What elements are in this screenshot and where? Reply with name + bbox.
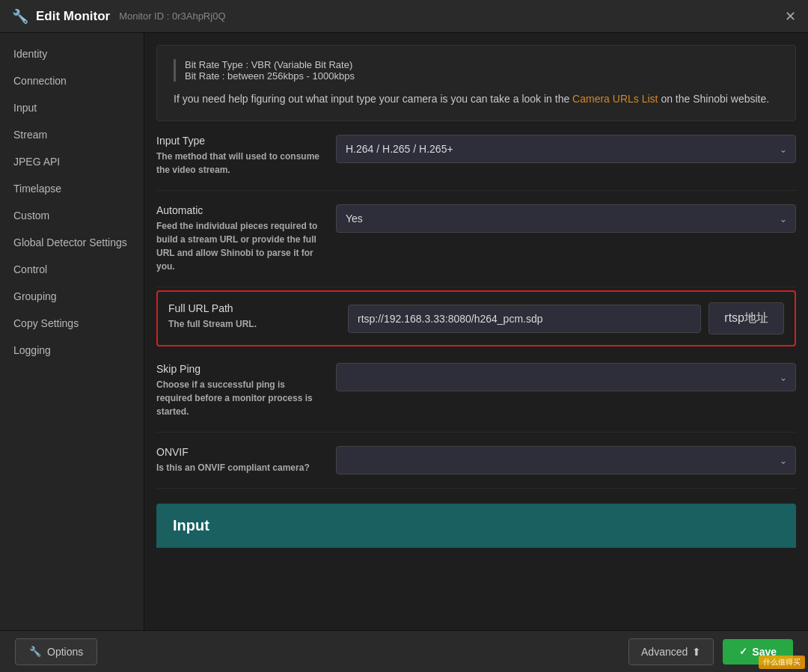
bottom-bar: 🔧 Options Advanced ⬆ ✓ Save — [0, 630, 808, 672]
input-banner: Input — [156, 504, 796, 548]
advanced-icon: ⬆ — [692, 646, 701, 658]
input-type-label: Input Type — [156, 135, 321, 147]
main-layout: Identity Connection Input Stream JPEG AP… — [0, 33, 808, 630]
automatic-select[interactable]: Yes No — [336, 204, 796, 233]
sidebar-item-timelapse[interactable]: Timelapse — [0, 175, 144, 202]
input-type-desc: The method that will used to consume the… — [156, 150, 321, 177]
automatic-label-col: Automatic Feed the individual pieces req… — [156, 204, 336, 273]
help-text: If you need help figuring out what input… — [174, 91, 779, 107]
full-url-label: Full URL Path — [168, 302, 333, 314]
skip-ping-select[interactable]: Yes No — [336, 363, 796, 391]
input-type-select-wrapper: H.264 / H.265 / H.265+ MJPEG RTSP — [336, 135, 796, 163]
sidebar-item-connection[interactable]: Connection — [0, 67, 144, 94]
help-text-before: If you need help figuring out what input… — [174, 93, 569, 105]
onvif-select[interactable]: Yes No — [336, 446, 796, 474]
automatic-row: Automatic Feed the individual pieces req… — [156, 191, 796, 287]
info-section: Bit Rate Type : VBR (Variable Bit Rate) … — [156, 45, 796, 121]
onvif-row: ONVIF Is this an ONVIF compliant camera?… — [156, 433, 796, 489]
check-icon: ✓ — [739, 646, 747, 657]
sidebar: Identity Connection Input Stream JPEG AP… — [0, 33, 144, 630]
content-area: Bit Rate Type : VBR (Variable Bit Rate) … — [144, 33, 808, 630]
wrench-icon: 🔧 — [12, 8, 28, 25]
skip-ping-label-col: Skip Ping Choose if a successful ping is… — [156, 363, 336, 418]
bit-rate-value: Bit Rate : between 256kbps - 1000kbps — [185, 70, 779, 82]
input-type-input-col: H.264 / H.265 / H.265+ MJPEG RTSP — [336, 135, 796, 163]
sidebar-item-custom[interactable]: Custom — [0, 202, 144, 229]
monitor-id: Monitor ID : 0r3AhpRj0Q — [119, 10, 225, 22]
input-banner-title: Input — [173, 517, 780, 534]
rtsp-annotation: rtsp地址 — [708, 302, 784, 335]
onvif-select-wrapper: Yes No — [336, 446, 796, 474]
sidebar-item-control[interactable]: Control — [0, 256, 144, 283]
automatic-desc: Feed the individual pieces required to b… — [156, 219, 321, 273]
sidebar-item-copy-settings[interactable]: Copy Settings — [0, 310, 144, 337]
title-bar: 🔧 Edit Monitor Monitor ID : 0r3AhpRj0Q ✕ — [0, 0, 808, 33]
skip-ping-desc: Choose if a successful ping is required … — [156, 378, 321, 418]
automatic-select-wrapper: Yes No — [336, 204, 796, 233]
help-text-after: on the Shinobi website. — [661, 93, 769, 105]
bit-rate-type: Bit Rate Type : VBR (Variable Bit Rate) — [185, 59, 779, 70]
options-label: Options — [47, 646, 83, 658]
input-type-label-col: Input Type The method that will used to … — [156, 135, 336, 177]
onvif-label-col: ONVIF Is this an ONVIF compliant camera? — [156, 446, 336, 474]
input-type-row: Input Type The method that will used to … — [156, 121, 796, 191]
onvif-label: ONVIF — [156, 446, 321, 458]
sidebar-item-jpeg-api[interactable]: JPEG API — [0, 148, 144, 175]
wrench-small-icon: 🔧 — [29, 646, 41, 657]
sidebar-item-identity[interactable]: Identity — [0, 40, 144, 67]
sidebar-item-grouping[interactable]: Grouping — [0, 283, 144, 310]
form-section: Input Type The method that will used to … — [156, 121, 796, 489]
advanced-label: Advanced — [641, 646, 688, 658]
watermark: 什么值得买 — [759, 656, 805, 669]
automatic-label: Automatic — [156, 204, 321, 216]
sidebar-item-global-detector[interactable]: Global Detector Settings — [0, 229, 144, 256]
onvif-desc: Is this an ONVIF compliant camera? — [156, 461, 321, 474]
sidebar-item-input[interactable]: Input — [0, 94, 144, 121]
onvif-input-col: Yes No — [336, 446, 796, 474]
rtsp-row: rtsp地址 — [348, 302, 784, 335]
skip-ping-select-wrapper: Yes No — [336, 363, 796, 391]
app-title: Edit Monitor — [36, 9, 110, 24]
sidebar-item-stream[interactable]: Stream — [0, 121, 144, 148]
automatic-input-col: Yes No — [336, 204, 796, 233]
bit-rate-block: Bit Rate Type : VBR (Variable Bit Rate) … — [174, 59, 779, 82]
full-url-input-col: rtsp地址 — [348, 302, 784, 335]
sidebar-item-logging[interactable]: Logging — [0, 337, 144, 364]
full-url-desc: The full Stream URL. — [168, 317, 333, 331]
skip-ping-label: Skip Ping — [156, 363, 321, 375]
options-button[interactable]: 🔧 Options — [15, 638, 97, 665]
full-url-label-col: Full URL Path The full Stream URL. — [168, 302, 348, 331]
full-url-input[interactable] — [348, 305, 701, 333]
full-url-row: Full URL Path The full Stream URL. rtsp地… — [156, 290, 796, 346]
skip-ping-row: Skip Ping Choose if a successful ping is… — [156, 349, 796, 433]
skip-ping-input-col: Yes No — [336, 363, 796, 391]
camera-url-link[interactable]: Camera URLs List — [572, 93, 658, 105]
advanced-button[interactable]: Advanced ⬆ — [628, 638, 714, 665]
input-type-select[interactable]: H.264 / H.265 / H.265+ MJPEG RTSP — [336, 135, 796, 163]
close-button[interactable]: ✕ — [785, 10, 796, 23]
